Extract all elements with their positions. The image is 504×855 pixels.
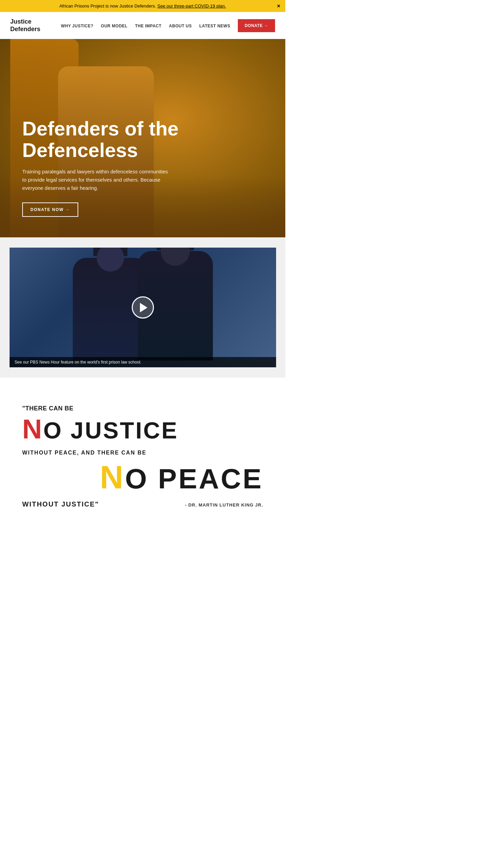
hero-donate-button[interactable]: DONATE NOW → <box>22 202 78 217</box>
quote-line1: NO JUSTICE <box>22 416 263 443</box>
quote-line2-text: O PEACE <box>125 465 263 493</box>
nav-about-us[interactable]: ABOUT US <box>169 24 192 28</box>
site-logo[interactable]: Justice Defenders <box>10 18 40 33</box>
nav-why-justice[interactable]: WHY JUSTICE? <box>61 24 93 28</box>
quote-n-yellow: N <box>100 461 125 494</box>
quote-middle: WITHOUT PEACE, AND THERE CAN BE <box>22 450 263 456</box>
quote-line2: NO PEACE <box>22 461 263 494</box>
nav-latest-news[interactable]: LATEST NEWS <box>199 24 230 28</box>
hero-content: Defenders of the Defenceless Training pa… <box>0 118 222 217</box>
play-button[interactable] <box>132 297 154 319</box>
quote-end-text: WITHOUT JUSTICE" <box>22 500 99 508</box>
close-button[interactable]: × <box>277 3 280 9</box>
announcement-link[interactable]: See our three-part COVID-19 plan. <box>157 3 226 9</box>
quote-footer: WITHOUT JUSTICE" - DR. MARTIN LUTHER KIN… <box>22 500 263 508</box>
video-player[interactable]: See our PBS News Hour feature on the wor… <box>10 248 276 367</box>
nav-the-impact[interactable]: THE IMPACT <box>135 24 161 28</box>
hero-subtitle: Training paralegals and lawyers within d… <box>22 168 173 192</box>
nav-links: WHY JUSTICE? OUR MODEL THE IMPACT ABOUT … <box>61 19 275 32</box>
play-icon <box>140 303 147 312</box>
quote-n-red: N <box>22 416 43 443</box>
video-caption: See our PBS News Hour feature on the wor… <box>10 357 276 367</box>
quote-line1-text: O JUSTICE <box>43 419 178 442</box>
hero-section: Defenders of the Defenceless Training pa… <box>0 39 285 237</box>
video-section: See our PBS News Hour feature on the wor… <box>0 237 285 378</box>
quote-attribution: - DR. MARTIN LUTHER KING JR. <box>185 502 263 508</box>
nav-our-model[interactable]: OUR MODEL <box>101 24 127 28</box>
announcement-bar: African Prisons Project is now Justice D… <box>0 0 285 12</box>
hero-title: Defenders of the Defenceless <box>22 118 200 161</box>
main-nav: Justice Defenders WHY JUSTICE? OUR MODEL… <box>0 12 285 39</box>
nav-donate-button[interactable]: DONATE → <box>238 19 275 32</box>
quote-section: "THERE CAN BE NO JUSTICE WITHOUT PEACE, … <box>0 378 285 532</box>
quote-intro: "THERE CAN BE <box>22 405 263 412</box>
announcement-text: African Prisons Project is now Justice D… <box>59 3 156 9</box>
